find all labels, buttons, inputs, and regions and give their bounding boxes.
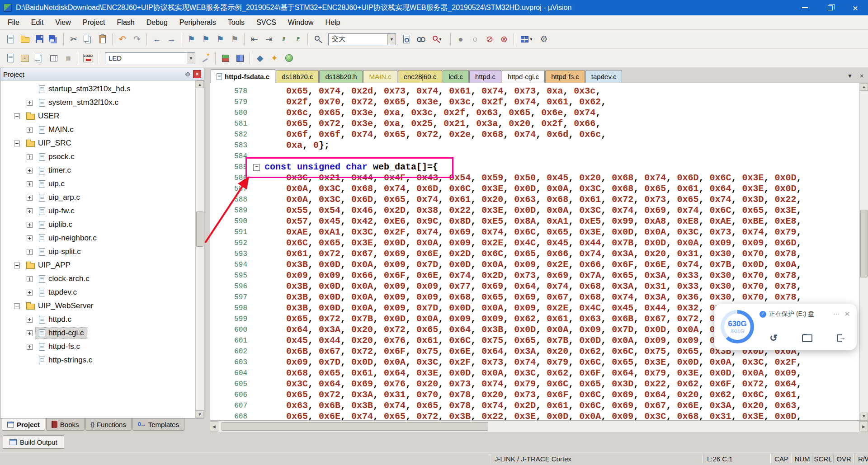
fold-margin[interactable] bbox=[252, 346, 262, 357]
editor-tab[interactable]: enc28j60.c bbox=[398, 70, 443, 83]
expander-icon[interactable] bbox=[27, 235, 33, 241]
fold-margin[interactable] bbox=[252, 129, 262, 140]
menu-item[interactable]: Project bbox=[77, 15, 111, 29]
find-dropdown-icon[interactable]: ▼ bbox=[387, 34, 396, 45]
folder-icon[interactable] bbox=[802, 332, 813, 344]
expander-icon[interactable] bbox=[14, 263, 20, 268]
menu-item[interactable]: SVCS bbox=[250, 15, 282, 29]
manage-runtime-icon[interactable] bbox=[219, 52, 232, 65]
scroll-up-icon[interactable]: ▲ bbox=[196, 80, 204, 88]
uncomment-icon[interactable]: /* bbox=[291, 33, 305, 46]
history-icon[interactable] bbox=[768, 332, 779, 344]
save-icon[interactable] bbox=[33, 33, 46, 46]
translate-icon[interactable] bbox=[4, 52, 17, 65]
fold-margin[interactable] bbox=[252, 292, 262, 303]
tab-list-dropdown-icon[interactable]: ▼ bbox=[845, 71, 854, 80]
tree-item[interactable]: httpd-cgi.c bbox=[0, 326, 204, 340]
window-layout-icon[interactable] bbox=[517, 33, 536, 46]
paste-icon[interactable] bbox=[96, 33, 109, 46]
tree-item[interactable]: clock-arch.c bbox=[0, 272, 204, 286]
fold-margin[interactable] bbox=[252, 108, 262, 118]
expander-icon[interactable] bbox=[27, 208, 33, 214]
tree-item[interactable]: MAIN.c bbox=[0, 123, 204, 136]
target-select[interactable]: LED ▼ bbox=[105, 52, 195, 64]
scroll-down-icon[interactable]: ▼ bbox=[196, 410, 204, 418]
expander-icon[interactable] bbox=[27, 317, 33, 323]
pin-icon[interactable] bbox=[184, 70, 192, 78]
expander-icon[interactable] bbox=[27, 330, 33, 336]
scroll-up-icon[interactable]: ▲ bbox=[860, 83, 868, 91]
menu-item[interactable]: View bbox=[49, 15, 76, 29]
fold-margin[interactable] bbox=[252, 249, 262, 259]
flash-diamond-icon[interactable]: ◆ bbox=[253, 52, 267, 65]
breakpoint-disable-all-icon[interactable]: ⊘ bbox=[483, 33, 496, 46]
save-all-icon[interactable] bbox=[47, 33, 61, 46]
menu-item[interactable]: Window bbox=[282, 15, 320, 29]
expander-icon[interactable] bbox=[27, 222, 33, 228]
tree-item[interactable]: timer.c bbox=[0, 164, 204, 177]
new-file-icon[interactable] bbox=[4, 33, 17, 46]
expander-icon[interactable] bbox=[27, 168, 33, 174]
copy-icon[interactable] bbox=[81, 33, 95, 46]
scrollbar-thumb[interactable] bbox=[222, 422, 488, 431]
batch-build-icon[interactable] bbox=[47, 52, 61, 65]
tree-item[interactable]: psock.c bbox=[0, 150, 204, 164]
fold-margin[interactable] bbox=[252, 411, 262, 420]
panel-close-icon[interactable]: × bbox=[193, 70, 201, 78]
options-target-icon[interactable] bbox=[199, 52, 212, 65]
find-in-files-icon[interactable] bbox=[400, 33, 413, 46]
fold-margin[interactable] bbox=[252, 335, 262, 346]
close-button[interactable]: × bbox=[843, 0, 868, 15]
fold-margin[interactable] bbox=[252, 227, 262, 238]
stop-build-icon[interactable]: ■ bbox=[61, 52, 75, 65]
fold-margin[interactable] bbox=[252, 162, 262, 173]
fold-margin[interactable] bbox=[252, 270, 262, 281]
netdisk-protect-popup[interactable]: 630G /931G 正在保护 (E:) 盘 ⋯ ✕ bbox=[714, 304, 857, 350]
tree-item[interactable]: uip.c bbox=[0, 177, 204, 191]
tree-item[interactable]: tapdev.c bbox=[0, 286, 204, 299]
fold-margin[interactable] bbox=[252, 379, 262, 390]
build-icon[interactable] bbox=[18, 52, 32, 65]
editor-tab[interactable]: httpd.c bbox=[469, 70, 501, 83]
editor-tab[interactable]: httpd-fs.c bbox=[545, 70, 585, 83]
find-input[interactable]: 交大 bbox=[329, 35, 387, 43]
expander-icon[interactable] bbox=[27, 195, 33, 201]
editor-tab[interactable]: tapdev.c bbox=[585, 70, 623, 83]
redo-icon[interactable]: ↷ bbox=[130, 33, 144, 46]
expander-icon[interactable] bbox=[27, 290, 33, 296]
editor-horizontal-scrollbar[interactable]: ◀ ▶ bbox=[210, 420, 868, 432]
breakpoint-toggle-icon[interactable]: ● bbox=[454, 33, 467, 46]
menu-item[interactable]: Edit bbox=[25, 15, 50, 29]
breakpoint-enable-icon[interactable]: ○ bbox=[468, 33, 482, 46]
view-tab[interactable]: 0→ Templates bbox=[132, 418, 184, 431]
fold-margin[interactable] bbox=[252, 314, 262, 324]
expander-icon[interactable] bbox=[14, 303, 20, 309]
rebuild-icon[interactable] bbox=[33, 52, 46, 65]
tree-item[interactable]: UIP_WebServer bbox=[0, 299, 204, 313]
fold-margin[interactable] bbox=[252, 281, 262, 292]
close-document-icon[interactable]: × bbox=[857, 71, 866, 80]
scrollbar-thumb[interactable] bbox=[860, 210, 868, 277]
menu-item[interactable]: Peripherals bbox=[174, 15, 222, 29]
editor-tab[interactable]: httpd-cgi.c bbox=[502, 70, 545, 83]
fold-margin[interactable] bbox=[252, 194, 262, 205]
editor-tab[interactable]: httpd-fsdata.c bbox=[211, 69, 275, 83]
view-tab[interactable]: {} Functions bbox=[85, 418, 132, 431]
fold-margin[interactable] bbox=[252, 324, 262, 335]
editor-tab[interactable]: led.c bbox=[443, 70, 469, 83]
comment-icon[interactable]: // bbox=[277, 33, 290, 46]
code-editor[interactable]: 578 0x65, 0x74, 0x2d, 0x73, 0x74, 0x61, … bbox=[210, 83, 868, 420]
fold-margin[interactable] bbox=[252, 238, 262, 249]
breakpoint-kill-all-icon[interactable]: ⊗ bbox=[497, 33, 511, 46]
fold-margin[interactable] bbox=[252, 173, 262, 183]
fold-margin[interactable] bbox=[252, 118, 262, 129]
fold-margin[interactable] bbox=[252, 400, 262, 411]
tree-item[interactable]: http-strings.c bbox=[0, 353, 204, 367]
fold-margin[interactable] bbox=[252, 216, 262, 227]
incremental-find-icon[interactable] bbox=[414, 33, 428, 46]
editor-tab[interactable]: ds18b20.c bbox=[276, 70, 319, 83]
pack-installer-icon[interactable] bbox=[282, 52, 296, 65]
fold-margin[interactable] bbox=[252, 303, 262, 314]
project-tree-scrollbar[interactable]: ▲ ▼ bbox=[195, 80, 204, 418]
fold-margin[interactable] bbox=[252, 357, 262, 368]
